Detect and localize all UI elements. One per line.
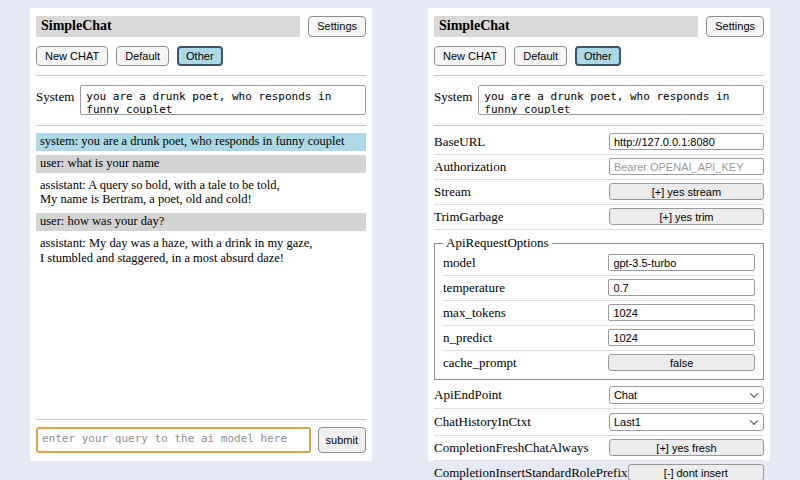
system-prompt-input[interactable]: you are a drunk poet, who responds in fu… — [478, 85, 764, 115]
chat-panel: SimpleChat Settings New CHAT Default Oth… — [30, 8, 372, 461]
api-request-options-legend: ApiRequestOptions — [443, 235, 552, 251]
divider — [434, 75, 764, 76]
new-chat-button[interactable]: New CHAT — [36, 46, 108, 66]
divider — [36, 75, 366, 76]
completion-fresh-chat-toggle-button[interactable]: [+] yes fresh — [609, 439, 764, 456]
system-prompt-label: System — [36, 85, 74, 105]
setting-row-max-tokens: max_tokens — [443, 301, 755, 326]
chat-message-assistant: assistant: My day was a haze, with a dri… — [36, 235, 366, 268]
query-input[interactable] — [36, 427, 311, 453]
completion-insert-role-prefix-toggle-button[interactable]: [-] dont insert — [628, 464, 764, 480]
n-predict-label: n_predict — [443, 330, 608, 346]
settings-panel: SimpleChat Settings New CHAT Default Oth… — [428, 8, 770, 461]
cache-prompt-label: cache_prompt — [443, 355, 608, 371]
stream-label: Stream — [434, 184, 609, 200]
api-endpoint-label: ApiEndPoint — [434, 387, 609, 403]
chat-message-user: user: how was your day? — [36, 213, 366, 231]
session-button-other[interactable]: Other — [575, 46, 621, 66]
new-chat-button[interactable]: New CHAT — [434, 46, 506, 66]
settings-button[interactable]: Settings — [706, 16, 764, 37]
header: SimpleChat Settings — [434, 16, 764, 37]
n-predict-input[interactable] — [608, 329, 755, 346]
chat-message-list: system: you are a drunk poet, who respon… — [36, 133, 366, 416]
setting-row-baseurl: BaseURL — [434, 130, 764, 155]
session-buttons: New CHAT Default Other — [36, 46, 366, 66]
cache-prompt-toggle-button[interactable]: false — [608, 354, 755, 371]
chat-message-system: system: you are a drunk poet, who respon… — [36, 133, 366, 151]
completion-insert-role-prefix-label: CompletionInsertStandardRolePrefix — [434, 465, 628, 480]
trimgarbage-label: TrimGarbage — [434, 209, 609, 225]
setting-row-completion-insert-role-prefix: CompletionInsertStandardRolePrefix [-] d… — [434, 461, 764, 480]
trimgarbage-toggle-button[interactable]: [+] yes trim — [609, 208, 764, 225]
authorization-label: Authorization — [434, 159, 609, 175]
session-buttons: New CHAT Default Other — [434, 46, 764, 66]
settings-button[interactable]: Settings — [308, 16, 366, 37]
divider — [36, 125, 366, 126]
completion-fresh-chat-label: CompletionFreshChatAlways — [434, 440, 609, 456]
setting-row-n-predict: n_predict — [443, 326, 755, 351]
app-title: SimpleChat — [434, 16, 698, 37]
stream-toggle-button[interactable]: [+] yes stream — [609, 183, 764, 200]
setting-row-trimgarbage: TrimGarbage [+] yes trim — [434, 205, 764, 230]
setting-row-cache-prompt: cache_prompt false — [443, 351, 755, 375]
authorization-input[interactable] — [609, 158, 764, 175]
system-prompt-row: System you are a drunk poet, who respond… — [36, 85, 366, 115]
temperature-input[interactable] — [608, 279, 755, 296]
submit-button[interactable]: submit — [318, 427, 366, 453]
chat-message-assistant: assistant: A query so bold, with a tale … — [36, 177, 366, 210]
baseurl-input[interactable] — [609, 133, 764, 150]
session-button-default[interactable]: Default — [116, 46, 169, 66]
setting-row-model: model — [443, 251, 755, 276]
chat-history-in-ctxt-label: ChatHistoryInCtxt — [434, 414, 609, 430]
setting-row-authorization: Authorization — [434, 155, 764, 180]
chat-history-select[interactable]: Last1 — [609, 413, 764, 431]
api-endpoint-select-wrap: Chat — [609, 385, 764, 404]
temperature-label: temperature — [443, 280, 608, 296]
max-tokens-label: max_tokens — [443, 305, 608, 321]
api-endpoint-select[interactable]: Chat — [609, 386, 764, 404]
system-prompt-input[interactable]: you are a drunk poet, who responds in fu… — [80, 85, 366, 115]
session-button-other[interactable]: Other — [177, 46, 223, 66]
divider — [434, 125, 764, 126]
setting-row-api-endpoint: ApiEndPoint Chat — [434, 382, 764, 409]
model-input[interactable] — [608, 254, 755, 271]
baseurl-label: BaseURL — [434, 134, 609, 150]
max-tokens-input[interactable] — [608, 304, 755, 321]
session-button-default[interactable]: Default — [514, 46, 567, 66]
system-prompt-label: System — [434, 85, 472, 105]
settings-list: BaseURL Authorization Stream [+] yes str… — [434, 130, 764, 480]
setting-row-chat-history-in-ctxt: ChatHistoryInCtxt Last1 — [434, 409, 764, 436]
chat-message-user: user: what is your name — [36, 155, 366, 173]
chat-history-select-wrap: Last1 — [609, 412, 764, 431]
setting-row-stream: Stream [+] yes stream — [434, 180, 764, 205]
header: SimpleChat Settings — [36, 16, 366, 37]
setting-row-temperature: temperature — [443, 276, 755, 301]
app-title: SimpleChat — [36, 16, 300, 37]
model-label: model — [443, 255, 608, 271]
api-request-options-fieldset: ApiRequestOptions model temperature max_… — [434, 235, 764, 380]
setting-row-completion-fresh-chat: CompletionFreshChatAlways [+] yes fresh — [434, 436, 764, 461]
divider — [36, 419, 366, 420]
system-prompt-row: System you are a drunk poet, who respond… — [434, 85, 764, 115]
query-row: submit — [36, 427, 366, 453]
